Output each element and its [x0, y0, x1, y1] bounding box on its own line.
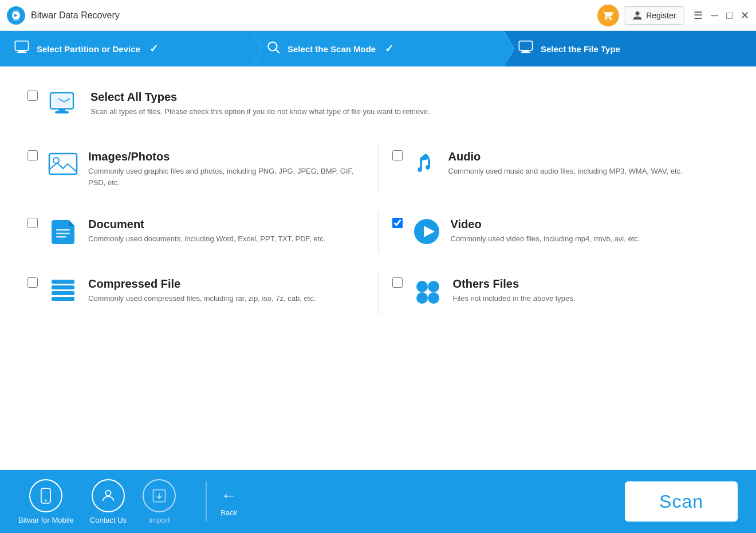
video-desc: Commonly used video files, including mp4… [451, 233, 729, 245]
row-document-video: Document Commonly used documents, includ… [27, 212, 729, 253]
svg-rect-22 [52, 285, 74, 289]
others-info: Others Files Files not included in the a… [453, 277, 729, 304]
file-type-video: Video Commonly used video files, includi… [392, 212, 729, 253]
maximize-button[interactable]: □ [726, 10, 733, 21]
svg-line-6 [276, 50, 279, 53]
compressed-title: Compressed File [88, 277, 364, 291]
compressed-checkbox[interactable] [27, 277, 38, 288]
step1-icon [14, 39, 30, 58]
svg-point-25 [416, 281, 428, 292]
menu-button[interactable]: ☰ [694, 10, 703, 21]
svg-point-28 [428, 292, 439, 304]
document-icon [48, 218, 78, 248]
cart-button[interactable] [597, 5, 619, 26]
import-label: Import [149, 516, 170, 524]
audio-title: Audio [448, 150, 729, 163]
wizard-step-1[interactable]: Select Partition or Device ✓ [0, 31, 252, 66]
others-title: Others Files [453, 277, 729, 291]
wizard-step-3[interactable]: Select the File Type [504, 31, 756, 66]
scan-button[interactable]: Scan [625, 481, 738, 522]
select-all-desc: Scan all types of files. Please check th… [90, 106, 729, 117]
svg-rect-23 [52, 291, 74, 295]
wizard-bar: Select Partition or Device ✓ Select the … [0, 31, 756, 66]
step2-check: ✓ [385, 42, 393, 55]
svg-point-30 [45, 499, 47, 501]
wizard-step-2[interactable]: Select the Scan Mode ✓ [252, 31, 504, 66]
import-icon [143, 479, 176, 512]
svg-rect-11 [58, 109, 65, 111]
register-label: Register [646, 11, 676, 20]
svg-rect-17 [56, 233, 70, 234]
select-all-item: Select All Types Scan all types of files… [27, 85, 729, 126]
register-button[interactable]: Register [624, 6, 684, 25]
app-logo [7, 6, 25, 25]
audio-icon [413, 150, 438, 180]
svg-point-26 [428, 281, 439, 292]
app-title: Bitwar Data Recovery [31, 10, 597, 21]
svg-rect-4 [17, 52, 26, 53]
images-desc: Commonly used graphic files and photos, … [88, 166, 364, 188]
compressed-info: Compressed File Commonly used compressed… [88, 277, 364, 304]
back-button[interactable]: ← Back [220, 487, 237, 517]
contact-icon [92, 479, 125, 512]
images-title: Images/Photos [88, 150, 364, 163]
select-all-info: Select All Types Scan all types of files… [90, 91, 729, 117]
compressed-desc: Commonly used compressed files, includin… [88, 293, 364, 304]
row-images-audio: Images/Photos Commonly used graphic file… [27, 144, 729, 194]
others-icon [413, 277, 443, 309]
step3-icon [518, 39, 534, 58]
video-icon [413, 218, 440, 248]
bottom-divider [206, 481, 207, 522]
mobile-label: Bitwar for Mobile [18, 516, 74, 524]
mobile-button[interactable]: Bitwar for Mobile [18, 479, 74, 524]
svg-rect-2 [15, 41, 28, 50]
mobile-icon [29, 479, 62, 512]
svg-rect-18 [56, 236, 66, 238]
audio-desc: Commonly used music and audio files, inc… [448, 166, 729, 177]
svg-rect-12 [55, 111, 69, 113]
step3-label: Select the File Type [541, 44, 620, 54]
select-all-checkbox[interactable] [27, 91, 38, 101]
audio-info: Audio Commonly used music and audio file… [448, 150, 729, 177]
svg-point-5 [268, 42, 277, 50]
svg-rect-16 [56, 229, 70, 231]
others-checkbox[interactable] [392, 277, 403, 288]
select-all-row: Select All Types Scan all types of files… [27, 85, 729, 126]
minimize-button[interactable]: ─ [711, 10, 718, 21]
video-title: Video [451, 218, 729, 231]
back-label: Back [220, 508, 237, 517]
title-bar: Bitwar Data Recovery Register ☰ ─ □ ✕ [0, 0, 756, 31]
contact-button[interactable]: Contact Us [90, 479, 127, 524]
svg-rect-3 [18, 50, 25, 52]
contact-label: Contact Us [90, 516, 127, 524]
step1-label: Select Partition or Device [37, 44, 140, 54]
document-title: Document [88, 218, 364, 231]
compressed-icon [48, 277, 78, 309]
svg-rect-7 [519, 41, 532, 50]
divider-v3 [378, 272, 379, 315]
video-checkbox[interactable] [392, 218, 403, 228]
svg-point-31 [105, 490, 111, 495]
svg-rect-9 [521, 52, 530, 53]
file-type-others: Others Files Files not included in the a… [392, 272, 729, 315]
import-button[interactable]: Import [143, 479, 176, 524]
images-icon [48, 150, 78, 180]
select-all-icon [48, 91, 80, 120]
step1-check: ✓ [149, 42, 158, 55]
close-button[interactable]: ✕ [741, 10, 749, 21]
others-desc: Files not included in the above types. [453, 293, 729, 304]
audio-checkbox[interactable] [392, 150, 403, 160]
select-all-title: Select All Types [90, 91, 729, 104]
window-controls: ☰ ─ □ ✕ [694, 10, 749, 21]
step2-label: Select the Scan Mode [288, 44, 376, 54]
svg-rect-8 [522, 50, 529, 52]
file-type-document: Document Commonly used documents, includ… [27, 212, 364, 253]
bottom-bar: Bitwar for Mobile Contact Us Import ← Ba… [0, 470, 756, 533]
document-checkbox[interactable] [27, 218, 38, 228]
video-info: Video Commonly used video files, includi… [451, 218, 729, 245]
step2-icon [266, 40, 281, 58]
images-checkbox[interactable] [27, 150, 38, 160]
document-desc: Commonly used documents, including Word,… [88, 233, 364, 245]
row-compressed-others: Compressed File Commonly used compressed… [27, 272, 729, 315]
file-type-images: Images/Photos Commonly used graphic file… [27, 144, 364, 194]
